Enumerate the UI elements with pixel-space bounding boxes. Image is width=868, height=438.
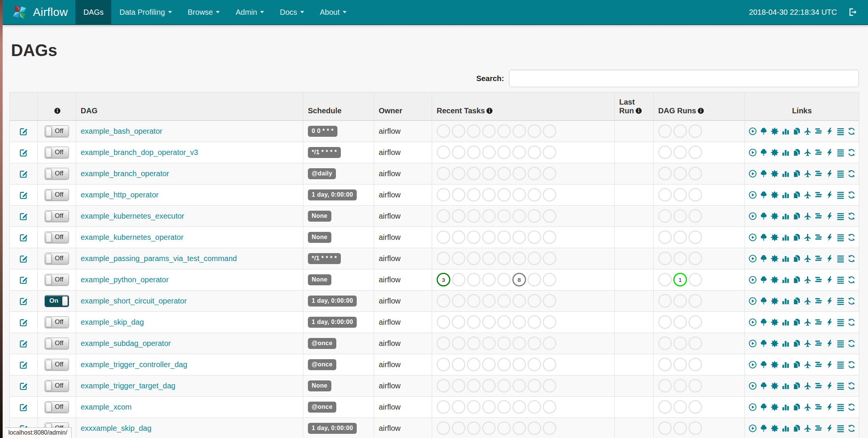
nav-item-data-profiling[interactable]: Data Profiling	[111, 0, 180, 24]
logs-icon[interactable]	[836, 403, 845, 411]
dag-pause-toggle[interactable]: Off	[45, 359, 69, 371]
code-view-icon[interactable]	[825, 360, 834, 369]
dag-link[interactable]: example_trigger_controller_dag	[81, 360, 187, 369]
tree-view-icon[interactable]	[759, 254, 768, 263]
task-tries-icon[interactable]	[792, 360, 801, 369]
code-view-icon[interactable]	[825, 403, 834, 411]
dag-pause-toggle[interactable]: Off	[45, 168, 69, 180]
refresh-dag-icon[interactable]	[847, 275, 856, 284]
dag-link[interactable]: example_bash_operator	[81, 127, 162, 135]
code-view-icon[interactable]	[825, 382, 834, 390]
gantt-view-icon[interactable]	[814, 297, 823, 305]
task-duration-icon[interactable]	[781, 339, 790, 348]
task-duration-icon[interactable]	[781, 382, 790, 390]
task-duration-icon[interactable]	[781, 297, 790, 305]
gantt-view-icon[interactable]	[814, 339, 823, 348]
code-view-icon[interactable]	[825, 275, 834, 284]
logs-icon[interactable]	[836, 360, 845, 369]
gantt-view-icon[interactable]	[814, 254, 823, 263]
tree-view-icon[interactable]	[759, 360, 768, 369]
landing-times-icon[interactable]	[803, 233, 812, 242]
edit-dag-button[interactable]	[19, 169, 28, 178]
task-tries-icon[interactable]	[792, 148, 801, 157]
graph-view-icon[interactable]	[770, 191, 779, 199]
landing-times-icon[interactable]	[803, 360, 812, 369]
dag-pause-toggle[interactable]: Off	[45, 380, 69, 392]
edit-dag-button[interactable]	[19, 148, 28, 157]
gantt-view-icon[interactable]	[814, 275, 823, 284]
graph-view-icon[interactable]	[770, 148, 779, 157]
task-tries-icon[interactable]	[792, 254, 801, 263]
dag-pause-toggle[interactable]: Off	[45, 125, 69, 137]
code-view-icon[interactable]	[825, 148, 834, 157]
edit-dag-button[interactable]	[19, 211, 28, 221]
graph-view-icon[interactable]	[770, 297, 779, 305]
trigger-dag-icon[interactable]	[748, 297, 757, 305]
trigger-dag-icon[interactable]	[748, 318, 757, 327]
dag-pause-toggle[interactable]: Off	[45, 189, 69, 201]
trigger-dag-icon[interactable]	[748, 424, 757, 433]
edit-dag-button[interactable]	[19, 275, 28, 285]
dag-link[interactable]: example_subdag_operator	[81, 339, 171, 347]
logs-icon[interactable]	[836, 318, 845, 327]
refresh-dag-icon[interactable]	[847, 233, 856, 242]
logs-icon[interactable]	[836, 382, 845, 390]
code-view-icon[interactable]	[825, 191, 834, 199]
logs-icon[interactable]	[836, 275, 845, 284]
code-view-icon[interactable]	[825, 318, 834, 327]
task-count-circle[interactable]: 8	[512, 273, 526, 286]
code-view-icon[interactable]	[825, 127, 834, 136]
task-tries-icon[interactable]	[792, 191, 801, 199]
task-tries-icon[interactable]	[792, 127, 801, 136]
nav-item-admin[interactable]: Admin	[228, 0, 272, 24]
landing-times-icon[interactable]	[803, 169, 812, 178]
gantt-view-icon[interactable]	[814, 403, 823, 411]
gantt-view-icon[interactable]	[814, 148, 823, 157]
task-tries-icon[interactable]	[792, 233, 801, 242]
logs-icon[interactable]	[836, 339, 845, 348]
nav-item-dags[interactable]: DAGs	[75, 0, 111, 24]
landing-times-icon[interactable]	[803, 403, 812, 411]
dag-pause-toggle[interactable]: Off	[45, 253, 69, 264]
task-tries-icon[interactable]	[792, 318, 801, 327]
nav-item-about[interactable]: About	[312, 0, 354, 24]
code-view-icon[interactable]	[825, 233, 834, 242]
refresh-dag-icon[interactable]	[847, 382, 856, 390]
landing-times-icon[interactable]	[803, 424, 812, 433]
dag-link[interactable]: example_python_operator	[81, 275, 169, 284]
landing-times-icon[interactable]	[803, 127, 812, 136]
dag-pause-toggle[interactable]: Off	[45, 338, 69, 349]
nav-item-browse[interactable]: Browse	[180, 0, 228, 24]
trigger-dag-icon[interactable]	[748, 127, 757, 136]
graph-view-icon[interactable]	[770, 254, 779, 263]
task-duration-icon[interactable]	[781, 169, 790, 178]
refresh-dag-icon[interactable]	[847, 191, 856, 199]
task-duration-icon[interactable]	[781, 424, 790, 433]
task-duration-icon[interactable]	[781, 254, 790, 263]
search-input[interactable]	[509, 70, 859, 87]
graph-view-icon[interactable]	[770, 169, 779, 178]
landing-times-icon[interactable]	[803, 148, 812, 157]
edit-dag-button[interactable]	[19, 339, 28, 348]
tree-view-icon[interactable]	[759, 424, 768, 433]
dag-link[interactable]: example_short_circuit_operator	[81, 297, 187, 305]
dag-link[interactable]: example_trigger_target_dag	[81, 382, 175, 390]
code-view-icon[interactable]	[825, 339, 834, 348]
dag-link[interactable]: exxxample_skip_dag	[81, 424, 151, 432]
dag-link[interactable]: example_branch_operator	[81, 169, 169, 178]
task-tries-icon[interactable]	[792, 169, 801, 178]
landing-times-icon[interactable]	[803, 318, 812, 327]
code-view-icon[interactable]	[825, 212, 834, 221]
graph-view-icon[interactable]	[770, 382, 779, 390]
task-duration-icon[interactable]	[781, 318, 790, 327]
trigger-dag-icon[interactable]	[748, 275, 757, 284]
task-tries-icon[interactable]	[792, 382, 801, 390]
edit-dag-button[interactable]	[19, 254, 28, 263]
graph-view-icon[interactable]	[770, 233, 779, 242]
dag-pause-toggle[interactable]: Off	[45, 316, 69, 328]
refresh-dag-icon[interactable]	[847, 148, 856, 157]
edit-dag-button[interactable]	[19, 233, 28, 242]
nav-item-docs[interactable]: Docs	[272, 0, 312, 24]
refresh-dag-icon[interactable]	[847, 403, 856, 411]
dag-link[interactable]: example_xcom	[81, 403, 132, 411]
